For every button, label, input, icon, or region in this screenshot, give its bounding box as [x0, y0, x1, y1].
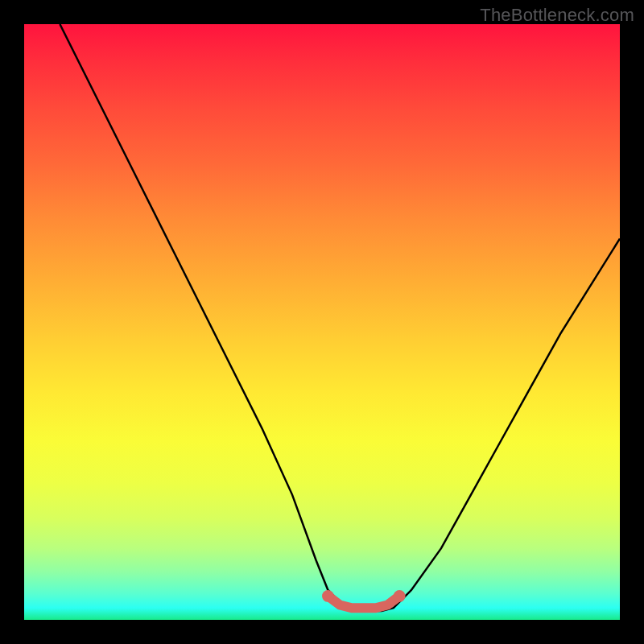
highlight-start-dot: [322, 590, 334, 602]
flat-highlight: [328, 596, 399, 608]
watermark-text: TheBottleneck.com: [480, 5, 634, 26]
chart-container: TheBottleneck.com: [0, 0, 644, 644]
highlight-end-dot: [394, 590, 406, 602]
plot-area: [24, 24, 620, 620]
chart-svg: [24, 24, 620, 620]
main-curve: [60, 24, 620, 611]
